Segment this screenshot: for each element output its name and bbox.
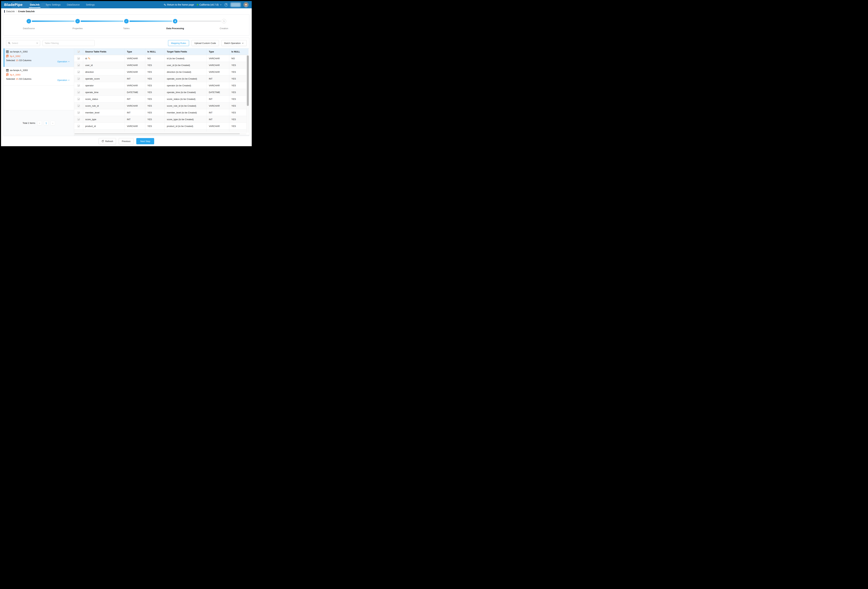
row-checkbox[interactable] [77, 111, 80, 114]
target-field-cell: operate_score (to be Created) [165, 75, 207, 82]
mapping-rules-button[interactable]: Mapping Rules [168, 40, 189, 46]
vertical-scrollbar-thumb[interactable] [247, 55, 249, 106]
col-header-target-isnull: Is NULL [229, 49, 248, 55]
horizontal-scrollbar-thumb[interactable] [74, 133, 240, 134]
field-mapping-row: score_type INT YES score_type (to be Cre… [74, 116, 248, 123]
source-table-name: aa-fanqie.A_3393 [10, 69, 28, 72]
previous-button[interactable]: Previous [119, 138, 133, 144]
source-type-cell: VARCHAR [125, 82, 145, 89]
upload-custom-code-button[interactable]: Upload Custom Code [192, 40, 219, 46]
wizard-stepper-card: ✓ ✓ ✓ 4 5 DataSource Properties Tables D… [3, 15, 249, 35]
row-checkbox-cell [74, 96, 83, 102]
target-field-cell: operator (to be Created) [165, 82, 207, 89]
target-field-cell: score_status (to be Created) [165, 96, 207, 102]
status-dot [197, 4, 198, 5]
source-isnull-cell: YES [145, 62, 165, 69]
source-field-cell: operate_score [83, 75, 125, 82]
col-header-source-fields: Source Table Fields [83, 49, 125, 55]
row-checkbox-cell [74, 116, 83, 123]
page-title: Create DataJob [18, 10, 34, 13]
breadcrumb: DataJob / Create DataJob [1, 8, 252, 13]
batch-operation-button[interactable]: Batch Operation [221, 40, 247, 46]
horizontal-scrollbar[interactable] [74, 133, 247, 135]
source-table-icon [6, 69, 9, 72]
step-connector [81, 21, 123, 22]
row-checkbox[interactable] [77, 64, 80, 66]
source-field-name: operate_time [85, 91, 99, 94]
source-field-cell: id [83, 55, 125, 62]
select-placeholder: Select [12, 42, 35, 44]
target-table-name: lly.A_3393 [10, 74, 21, 76]
field-mapping-pane: Source Table Fields Type Is NULL Target … [74, 49, 249, 136]
help-icon[interactable]: ? [224, 3, 228, 6]
source-type-cell: INT [125, 75, 145, 82]
step-connector [32, 21, 74, 22]
select-all-cell [74, 49, 83, 55]
step-label-datasource: DataSource [23, 27, 35, 30]
row-checkbox[interactable] [77, 125, 80, 127]
col-header-target-fields: Target Table Fields [165, 49, 207, 55]
chevron-down-icon [36, 42, 38, 44]
pagination-next-button[interactable]: › [50, 121, 55, 125]
table-pair-item[interactable]: aa-fanqie.A_3392 lly.A_3392 Selected 15 … [4, 49, 74, 67]
topbar-right: Return to the home page California (v0.7… [164, 1, 249, 8]
row-checkbox[interactable] [77, 98, 80, 100]
row-checkbox[interactable] [77, 77, 80, 80]
target-field-cell: product_id (to be Created) [165, 123, 207, 130]
field-mapping-row: user_id VARCHAR YES user_id (to be Creat… [74, 62, 248, 69]
source-field-name: id [85, 57, 87, 60]
source-isnull-cell: YES [145, 89, 165, 96]
source-isnull-cell: YES [145, 109, 165, 116]
nav-item-datasource[interactable]: DataSource [67, 1, 80, 8]
target-type-cell: VARCHAR [207, 82, 229, 89]
source-field-name: operator [85, 84, 94, 87]
target-field-cell: operate_time (to be Created) [165, 89, 207, 96]
nav-item-sync-settings[interactable]: Sync Settings [46, 1, 61, 8]
vertical-scrollbar[interactable] [247, 55, 249, 133]
source-tables-list: aa-fanqie.A_3392 lly.A_3392 Selected 15 … [4, 49, 74, 86]
field-mapping-row: operate_time DATETIME YES operate_time (… [74, 89, 248, 96]
row-checkbox[interactable] [77, 105, 80, 107]
source-table-name: aa-fanqie.A_3392 [10, 50, 28, 53]
operation-dropdown[interactable]: Operation [57, 79, 70, 81]
table-pair-item[interactable]: aa-fanqie.A_3393 lly.A_3393 Selected 15 … [4, 67, 74, 86]
wizard-footer: Refresh Previous Next Step [1, 136, 252, 146]
target-field-cell: id (to be Created) [165, 55, 207, 62]
nav-item-datajob[interactable]: DataJob [30, 1, 40, 8]
pagination-prev-button[interactable]: ‹ [37, 121, 42, 125]
table-filtering-input[interactable] [43, 40, 94, 46]
refresh-button[interactable]: Refresh [99, 138, 116, 144]
environment-label: California (v0.7.0) [199, 3, 219, 6]
row-checkbox[interactable] [77, 118, 80, 121]
row-checkbox[interactable] [77, 71, 80, 73]
select-all-checkbox[interactable] [77, 50, 80, 53]
filter-type-select[interactable]: Select [6, 40, 40, 46]
operation-label: Operation [57, 60, 67, 63]
environment-selector[interactable]: California (v0.7.0) [197, 3, 222, 6]
chevron-down-icon [242, 42, 244, 44]
target-isnull-cell: YES [229, 82, 248, 89]
next-step-button[interactable]: Next Step [136, 138, 154, 144]
row-checkbox-cell [74, 102, 83, 109]
target-isnull-cell: YES [229, 109, 248, 116]
row-checkbox[interactable] [77, 84, 80, 87]
field-mapping-row: operate_score INT YES operate_score (to … [74, 75, 248, 82]
source-field-name: member_level [85, 111, 99, 114]
user-avatar[interactable] [244, 2, 249, 7]
row-checkbox[interactable] [77, 57, 80, 60]
pagination-page-1[interactable]: 1 [44, 121, 49, 125]
row-checkbox[interactable] [77, 91, 80, 94]
nav-item-settings[interactable]: Settings [86, 1, 95, 8]
operation-label: Operation [57, 79, 67, 81]
field-mapping-table: Source Table Fields Type Is NULL Target … [74, 49, 248, 131]
breadcrumb-datajob[interactable]: DataJob [6, 10, 15, 13]
operation-dropdown[interactable]: Operation [57, 60, 70, 63]
refresh-icon [102, 140, 104, 142]
source-field-cell: score_type [83, 116, 125, 123]
row-checkbox-cell [74, 69, 83, 75]
return-home-link[interactable]: Return to the home page [164, 3, 194, 6]
source-isnull-cell: YES [145, 116, 165, 123]
source-isnull-cell: NO [145, 55, 165, 62]
selected-label: Selected [6, 59, 15, 62]
breadcrumb-accent-bar [4, 10, 5, 13]
